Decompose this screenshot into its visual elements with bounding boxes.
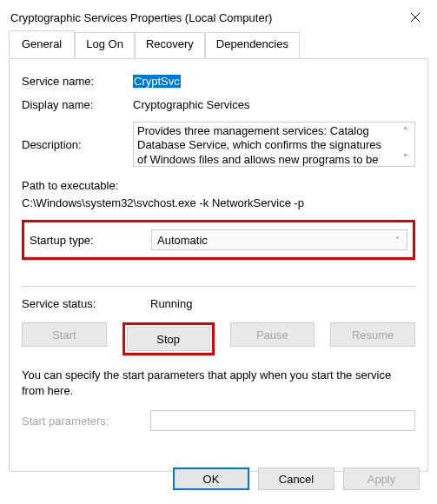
chevron-up-icon: ˄ — [403, 126, 407, 136]
stop-button-highlight: Stop — [122, 322, 215, 355]
display-name-value: Cryptographic Services — [133, 98, 415, 111]
dialog-footer: OK Cancel Apply — [173, 459, 434, 499]
service-name-value: CryptSvc — [133, 75, 415, 88]
path-label: Path to executable: — [22, 177, 415, 195]
startup-type-value: Automatic — [157, 234, 208, 247]
tab-general[interactable]: General — [9, 30, 75, 57]
close-button[interactable] — [402, 6, 428, 29]
tab-recovery[interactable]: Recovery — [135, 32, 205, 59]
tab-dependencies[interactable]: Dependencies — [205, 32, 300, 59]
apply-button[interactable]: Apply — [343, 468, 420, 490]
start-params-label: Start parameters: — [22, 414, 150, 428]
window-title: Cryptographic Services Properties (Local… — [10, 11, 272, 24]
pause-button[interactable]: Pause — [230, 322, 315, 347]
tab-panel-general: Service name: CryptSvc Display name: Cry… — [9, 58, 428, 472]
titlebar: Cryptographic Services Properties (Local… — [0, 0, 437, 31]
description-scrollbar[interactable]: ˄ ˅ — [395, 123, 414, 166]
chevron-down-icon: ˅ — [403, 153, 407, 162]
path-value: C:\Windows\system32\svchost.exe -k Netwo… — [22, 195, 415, 212]
help-text: You can specify the start parameters tha… — [22, 368, 415, 398]
close-icon — [410, 12, 420, 23]
properties-dialog: Cryptographic Services Properties (Local… — [0, 0, 437, 504]
start-button[interactable]: Start — [22, 322, 107, 347]
startup-type-select[interactable]: Automatic ˅ — [151, 229, 407, 250]
resume-button[interactable]: Resume — [330, 322, 415, 347]
ok-button[interactable]: OK — [173, 468, 249, 490]
display-name-label: Display name: — [22, 98, 133, 111]
description-label: Description: — [22, 138, 133, 151]
startup-type-label: Startup type: — [30, 234, 151, 247]
description-box: Provides three management services: Cata… — [133, 122, 415, 167]
start-params-input[interactable] — [150, 410, 415, 431]
cancel-button[interactable]: Cancel — [258, 468, 334, 490]
service-status-value: Running — [150, 297, 192, 310]
divider — [22, 286, 415, 287]
stop-button[interactable]: Stop — [127, 327, 210, 351]
service-name-label: Service name: — [22, 75, 133, 88]
tab-strip: General Log On Recovery Dependencies — [9, 32, 428, 59]
chevron-down-icon: ˅ — [395, 235, 400, 245]
description-text: Provides three management services: Cata… — [134, 123, 395, 166]
service-status-label: Service status: — [22, 297, 150, 310]
startup-type-row: Startup type: Automatic ˅ — [22, 220, 415, 260]
tab-logon[interactable]: Log On — [75, 32, 135, 59]
